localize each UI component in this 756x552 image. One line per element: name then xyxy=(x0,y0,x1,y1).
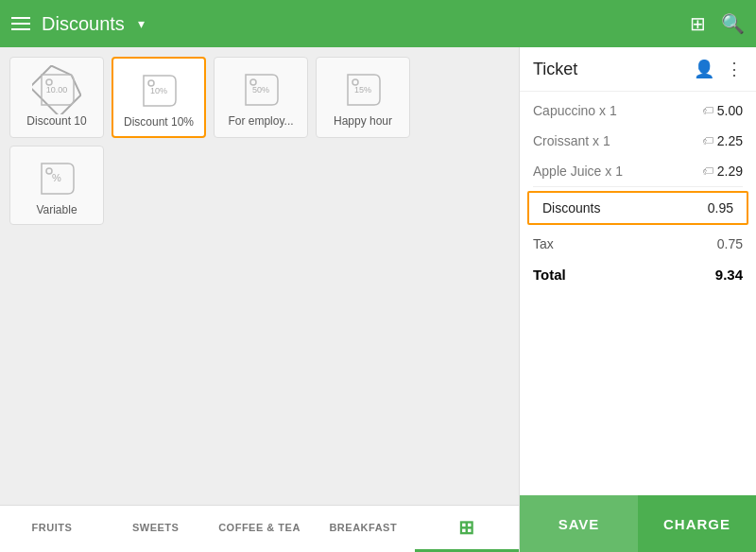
discount-card-happyhour[interactable]: 15% Happy hour xyxy=(316,57,410,138)
grid-view-icon: ⊞ xyxy=(458,516,475,539)
add-person-icon[interactable]: 👤 xyxy=(694,59,714,79)
ticket-tax-row: Tax 0.75 xyxy=(520,229,756,259)
svg-text:15%: 15% xyxy=(354,85,371,95)
ticket-total-value: 9.34 xyxy=(715,267,743,283)
search-icon[interactable]: 🔍 xyxy=(721,12,745,35)
header-title: Discounts xyxy=(42,13,125,35)
discount-grid: 10.00 Discount 10 10% Discount 10% 50% xyxy=(0,47,519,505)
price-tag-icon-3: 🏷 xyxy=(702,164,713,178)
ticket-item-name-croissant: Croissant x 1 xyxy=(533,133,610,148)
discount-card-label-discount10: Discount 10 xyxy=(26,114,86,128)
header-left: Discounts ▾ xyxy=(11,13,690,35)
tag-icon-variable: % xyxy=(32,154,81,203)
discount-card-label-discount10pct: Discount 10% xyxy=(124,115,194,129)
ticket-item-price-applejuice: 🏷 2.29 xyxy=(702,164,743,179)
header-right: ⊞ 🔍 xyxy=(690,12,745,35)
dropdown-icon[interactable]: ▾ xyxy=(138,16,145,31)
price-tag-icon-1: 🏷 xyxy=(702,104,713,117)
tag-icon-discount10pct: 10% xyxy=(134,66,183,115)
tag-icon-discount10: 10.00 xyxy=(32,65,81,114)
ticket-discount-label: Discounts xyxy=(542,200,600,216)
hamburger-icon[interactable] xyxy=(11,17,30,30)
ticket-item-capuccino[interactable]: Capuccino x 1 🏷 5.00 xyxy=(520,95,756,126)
ticket-panel: Ticket 👤 ⋮ Capuccino x 1 🏷 5.00 Cro xyxy=(520,47,756,552)
tab-breakfast[interactable]: BREAKFAST xyxy=(311,506,415,552)
tab-fruits[interactable]: FRUITS xyxy=(0,506,104,552)
ticket-item-croissant[interactable]: Croissant x 1 🏷 2.25 xyxy=(520,126,756,156)
tab-grid-view[interactable]: ⊞ xyxy=(415,506,519,552)
discount-card-variable[interactable]: % Variable xyxy=(9,146,104,225)
ticket-item-price-capuccino: 🏷 5.00 xyxy=(702,103,743,118)
discount-card-discount10[interactable]: 10.00 Discount 10 xyxy=(9,57,104,138)
ticket-title: Ticket xyxy=(533,60,694,79)
svg-point-10 xyxy=(46,168,52,174)
svg-text:%: % xyxy=(52,172,61,183)
category-tabs: FRUITS SWEETS COFFEE & TEA BREAKFAST ⊞ xyxy=(0,505,519,552)
action-buttons: SAVE CHARGE xyxy=(520,495,756,552)
ticket-discount-value: 0.95 xyxy=(708,200,733,216)
svg-text:10%: 10% xyxy=(150,86,167,95)
discount-card-label-happyhour: Happy hour xyxy=(334,114,392,128)
discount-card-label-variable: Variable xyxy=(36,203,77,216)
left-panel: 10.00 Discount 10 10% Discount 10% 50% xyxy=(0,47,520,552)
ticket-header: Ticket 👤 ⋮ xyxy=(520,47,756,92)
ticket-item-applejuice[interactable]: Apple Juice x 1 🏷 2.29 xyxy=(520,156,756,186)
charge-button[interactable]: CHARGE xyxy=(638,495,756,552)
save-button[interactable]: SAVE xyxy=(520,495,638,552)
ticket-items-list: Capuccino x 1 🏷 5.00 Croissant x 1 🏷 2.2… xyxy=(520,92,756,495)
ticket-tax-label: Tax xyxy=(533,236,554,251)
ticket-item-price-croissant: 🏷 2.25 xyxy=(702,133,743,148)
ticket-total-label: Total xyxy=(533,267,566,283)
svg-text:10.00: 10.00 xyxy=(46,85,68,95)
svg-text:50%: 50% xyxy=(252,85,269,95)
app-header: Discounts ▾ ⊞ 🔍 xyxy=(0,0,756,47)
ticket-tax-value: 0.75 xyxy=(717,236,743,251)
tab-coffee-tea[interactable]: COFFEE & TEA xyxy=(208,506,312,552)
barcode-icon[interactable]: ⊞ xyxy=(690,12,706,35)
ticket-total-row: Total 9.34 xyxy=(520,259,756,290)
ticket-item-name-capuccino: Capuccino x 1 xyxy=(533,103,617,118)
discount-card-label-foremploy: For employ... xyxy=(228,114,293,128)
main-content: 10.00 Discount 10 10% Discount 10% 50% xyxy=(0,47,756,552)
ticket-header-icons: 👤 ⋮ xyxy=(694,59,743,79)
ticket-divider-1 xyxy=(533,186,743,187)
tag-icon-happyhour: 15% xyxy=(338,65,387,114)
price-tag-icon-2: 🏷 xyxy=(702,134,713,147)
tab-sweets[interactable]: SWEETS xyxy=(104,506,208,552)
discount-card-foremploy[interactable]: 50% For employ... xyxy=(214,57,308,138)
ticket-item-name-applejuice: Apple Juice x 1 xyxy=(533,164,623,179)
ticket-discount-row[interactable]: Discounts 0.95 xyxy=(527,191,748,225)
discount-card-discount10pct[interactable]: 10% Discount 10% xyxy=(112,57,206,138)
more-options-icon[interactable]: ⋮ xyxy=(726,59,743,79)
tag-icon-foremploy: 50% xyxy=(236,65,285,114)
